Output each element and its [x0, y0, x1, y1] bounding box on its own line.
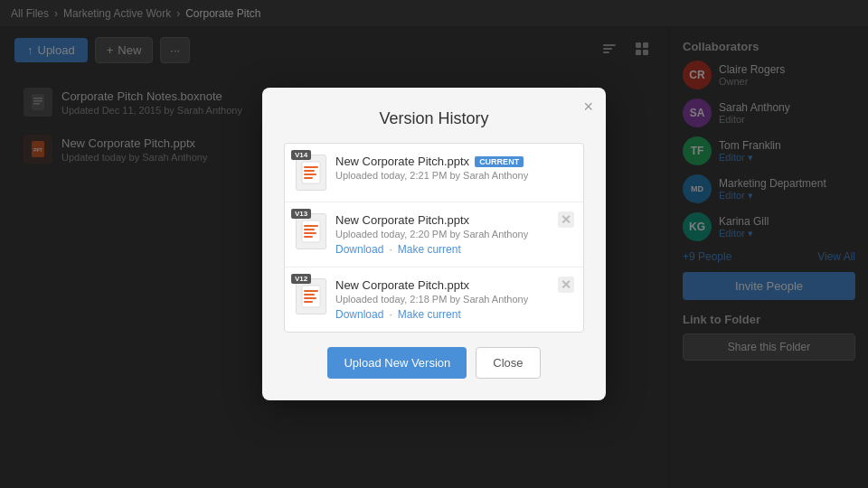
remove-v12-button[interactable]: ✕ [558, 277, 574, 293]
version-history-modal: × Version History V14 New Co [262, 88, 606, 400]
version-content-v13: New Corporate Pitch.pptx Uploaded today,… [335, 213, 572, 256]
svg-rect-22 [304, 236, 313, 238]
upload-new-version-button[interactable]: Upload New Version [327, 347, 467, 379]
modal-title: Version History [284, 109, 584, 128]
make-current-link-v13[interactable]: Make current [398, 243, 461, 256]
version-badge-v13: V13 [291, 209, 311, 219]
version-uploaded-v14: Uploaded today, 2:21 PM by Sarah Anthony [335, 170, 572, 181]
version-name-v13: New Corporate Pitch.pptx [335, 213, 469, 227]
version-name-v14: New Corporate Pitch.pptx [335, 155, 469, 168]
svg-rect-15 [304, 170, 315, 172]
current-badge-v14: current [475, 156, 524, 167]
version-actions-v13: Download · Make current [335, 243, 572, 256]
version-badge-v14: V14 [291, 150, 311, 160]
modal-footer: Upload New Version Close [284, 347, 584, 379]
svg-rect-25 [304, 294, 315, 296]
svg-rect-18 [302, 221, 320, 242]
version-file-icon-v12: V12 [296, 278, 326, 314]
remove-v13-button[interactable]: ✕ [558, 211, 574, 228]
svg-rect-20 [304, 229, 315, 230]
modal-close-button[interactable]: × [583, 99, 593, 115]
version-uploaded-v13: Uploaded today, 2:20 PM by Sarah Anthony [335, 229, 572, 239]
svg-rect-19 [304, 225, 318, 227]
svg-rect-26 [304, 297, 316, 299]
version-name-v12: New Corporate Pitch.pptx [335, 278, 469, 292]
version-list: V14 New Corporate Pitch.pptx current Up [284, 143, 584, 333]
svg-rect-14 [304, 166, 318, 168]
download-link-v12[interactable]: Download [335, 308, 383, 321]
version-uploaded-v12: Uploaded today, 2:18 PM by Sarah Anthony [335, 294, 572, 305]
version-content-v14: New Corporate Pitch.pptx current Uploade… [335, 155, 572, 184]
version-file-icon-v14: V14 [296, 155, 326, 191]
svg-rect-13 [302, 162, 320, 183]
make-current-link-v12[interactable]: Make current [398, 308, 461, 321]
version-item-v13: V13 New Corporate Pitch.pptx Uploaded to… [285, 202, 583, 267]
version-content-v12: New Corporate Pitch.pptx Uploaded today,… [335, 278, 572, 321]
version-file-icon-v13: V13 [296, 213, 326, 249]
version-actions-v12: Download · Make current [335, 308, 572, 321]
close-modal-button[interactable]: Close [476, 347, 540, 379]
svg-rect-23 [302, 286, 320, 307]
svg-rect-21 [304, 232, 316, 234]
svg-rect-16 [304, 174, 316, 175]
svg-rect-24 [304, 290, 318, 292]
download-link-v13[interactable]: Download [335, 243, 383, 256]
svg-rect-17 [304, 177, 313, 179]
version-badge-v12: V12 [291, 274, 311, 284]
version-item-v14: V14 New Corporate Pitch.pptx current Up [285, 144, 583, 202]
modal-overlay: × Version History V14 New Co [0, 0, 868, 488]
svg-rect-27 [304, 301, 313, 303]
version-item-v12: V12 New Corporate Pitch.pptx Uploaded to… [285, 267, 583, 332]
